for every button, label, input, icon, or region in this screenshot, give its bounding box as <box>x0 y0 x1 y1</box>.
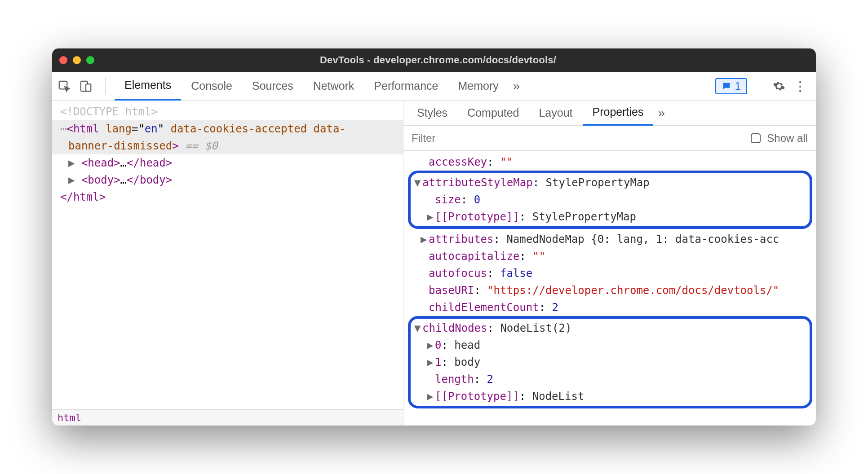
more-tabs-icon[interactable]: » <box>509 79 525 93</box>
prop-attributeStyleMap-proto[interactable]: ▶[[Prototype]]: StylePropertyMap <box>414 208 806 225</box>
subtab-properties[interactable]: Properties <box>583 101 654 126</box>
tab-performance[interactable]: Performance <box>364 72 448 101</box>
separator <box>105 77 106 95</box>
traffic-lights <box>59 56 94 64</box>
settings-gear-icon[interactable] <box>773 80 785 92</box>
prop-attributes[interactable]: ▶attributes: NamedNodeMap {0: lang, 1: d… <box>408 231 816 248</box>
body-node[interactable]: ▶ <body>…</body> <box>52 171 403 189</box>
highlight-childNodes: ▼childNodes: NodeList(2) ▶0: head ▶1: bo… <box>408 316 812 408</box>
device-toolbar-icon[interactable] <box>79 79 93 93</box>
tab-network[interactable]: Network <box>303 72 364 101</box>
prop-autocapitalize[interactable]: autocapitalize: "" <box>408 248 816 265</box>
prop-attributeStyleMap-size[interactable]: size: 0 <box>414 191 806 208</box>
prop-childNodes[interactable]: ▼childNodes: NodeList(2) <box>414 320 806 337</box>
feedback-count: 1 <box>735 80 741 92</box>
subtab-computed[interactable]: Computed <box>457 101 529 126</box>
svg-rect-2 <box>86 84 91 91</box>
properties-list[interactable]: accessKey: "" ▼attributeStyleMap: StyleP… <box>403 151 816 426</box>
prop-attributeStyleMap[interactable]: ▼attributeStyleMap: StylePropertyMap <box>414 174 806 191</box>
sidebar-pane: Styles Computed Layout Properties » Show… <box>403 101 816 426</box>
tab-elements[interactable]: Elements <box>115 72 181 101</box>
tab-sources[interactable]: Sources <box>242 72 303 101</box>
doctype-node[interactable]: <!DOCTYPE html> <box>60 105 158 118</box>
subtab-styles[interactable]: Styles <box>407 101 457 126</box>
prop-childNodes-0[interactable]: ▶0: head <box>414 337 806 354</box>
filter-bar: Show all <box>403 126 816 151</box>
content-area: <!DOCTYPE html> ⋯<html lang="en" data-co… <box>52 101 816 426</box>
prop-autofocus[interactable]: autofocus: false <box>408 265 816 282</box>
prop-childNodes-proto[interactable]: ▶[[Prototype]]: NodeList <box>414 388 806 405</box>
prop-childElementCount[interactable]: childElementCount: 2 <box>408 299 816 316</box>
sidebar-tabstrip: Styles Computed Layout Properties » <box>403 101 816 126</box>
inspect-element-icon[interactable] <box>58 79 71 93</box>
show-all-checkbox[interactable] <box>751 133 761 143</box>
tab-console[interactable]: Console <box>181 72 242 101</box>
prop-childNodes-1[interactable]: ▶1: body <box>414 354 806 371</box>
kebab-menu-icon[interactable]: ⋮ <box>793 78 808 94</box>
separator <box>760 77 760 95</box>
minimize-window-button[interactable] <box>73 56 81 64</box>
filter-input[interactable] <box>412 132 501 145</box>
head-node[interactable]: ▶ <head>…</head> <box>52 154 403 171</box>
zoom-window-button[interactable] <box>86 56 94 64</box>
html-close: </html> <box>52 189 403 206</box>
main-tabstrip: Elements Console Sources Network Perform… <box>52 72 816 101</box>
show-all-label: Show all <box>767 132 808 145</box>
feedback-badge[interactable]: 1 <box>715 78 747 94</box>
subtab-layout[interactable]: Layout <box>529 101 582 126</box>
dom-tree[interactable]: <!DOCTYPE html> ⋯<html lang="en" data-co… <box>52 101 403 409</box>
breadcrumb[interactable]: html <box>52 409 403 426</box>
highlight-attributeStyleMap: ▼attributeStyleMap: StylePropertyMap siz… <box>408 171 812 229</box>
html-node[interactable]: ⋯<html lang="en" data-cookies-accepted d… <box>52 120 403 137</box>
prop-accessKey[interactable]: accessKey: "" <box>408 154 816 171</box>
more-subtabs-icon[interactable]: » <box>653 106 669 120</box>
dom-pane: <!DOCTYPE html> ⋯<html lang="en" data-co… <box>52 101 403 426</box>
close-window-button[interactable] <box>59 56 67 64</box>
titlebar: DevTools - developer.chrome.com/docs/dev… <box>52 48 816 72</box>
window-title: DevTools - developer.chrome.com/docs/dev… <box>94 54 782 66</box>
selected-ref: == $0 <box>179 140 218 152</box>
devtools-window: DevTools - developer.chrome.com/docs/dev… <box>52 48 816 426</box>
tab-memory[interactable]: Memory <box>448 72 508 101</box>
prop-baseURI[interactable]: baseURI: "https://developer.chrome.com/d… <box>408 282 816 299</box>
prop-childNodes-length[interactable]: length: 2 <box>414 371 806 388</box>
